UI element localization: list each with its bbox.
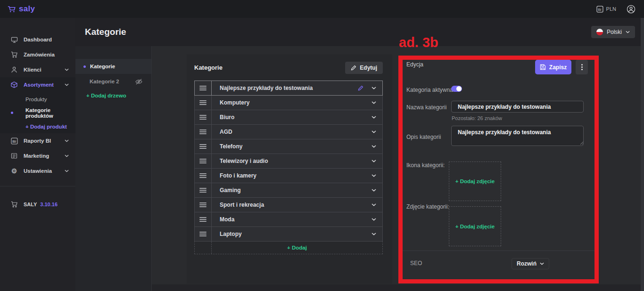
category-row-gaming[interactable]: Gaming: [194, 183, 383, 198]
category-row-komputery[interactable]: Komputery: [194, 95, 383, 110]
language-selector-button[interactable]: Polski: [591, 26, 635, 38]
icon-upload-dropzone[interactable]: + Dodaj zdjęcie: [449, 162, 501, 201]
drag-handle[interactable]: [195, 212, 212, 226]
sidebar-divider: [0, 186, 75, 186]
add-image-link[interactable]: + Dodaj zdjęcie: [455, 178, 495, 184]
chevron-down-icon[interactable]: [372, 130, 376, 133]
monitor-icon: [10, 37, 18, 43]
chevron-down-icon[interactable]: [372, 145, 376, 148]
chevron-down-icon[interactable]: [372, 203, 376, 206]
add-category-link[interactable]: + Dodaj: [212, 242, 382, 254]
edit-button[interactable]: Edytuj: [345, 62, 383, 74]
category-row-telefony[interactable]: Telefony: [194, 139, 383, 154]
sidebar-item-ustawienia[interactable]: ⚙Ustawienia: [0, 163, 75, 178]
drag-handle[interactable]: [195, 198, 212, 212]
seo-expand-button[interactable]: Rozwiń: [512, 258, 549, 269]
category-name-input[interactable]: [451, 101, 584, 113]
drag-handle-icon: [199, 159, 206, 163]
drag-handle[interactable]: [195, 169, 212, 183]
category-row-moda[interactable]: Moda: [194, 212, 383, 227]
page-header: Kategorie Polski: [75, 18, 644, 46]
sidebar-item-label: Marketing: [24, 153, 49, 159]
category-row-najlepsze-przykłady-do-testowania[interactable]: Najlepsze przykłady do testowania: [194, 81, 383, 96]
characters-remaining-hint: Pozostało: 26 znaków: [452, 115, 502, 121]
marketing-icon: [10, 153, 18, 159]
chevron-down-icon: [65, 154, 69, 157]
drag-handle[interactable]: [195, 139, 212, 154]
user-avatar-icon[interactable]: [627, 5, 636, 14]
category-active-toggle[interactable]: [451, 86, 462, 92]
category-row-foto-i-kamery[interactable]: Foto i kamery: [194, 168, 383, 183]
drag-handle[interactable]: [195, 154, 212, 168]
chevron-down-icon[interactable]: [372, 160, 376, 162]
kebab-menu-icon: [581, 64, 583, 70]
sidebar-item-label: + Dodaj produkt: [25, 124, 67, 129]
chevron-down-icon[interactable]: [372, 116, 376, 119]
drag-handle[interactable]: [195, 183, 212, 197]
sidebar-item-kategorie-produktów[interactable]: Kategorie produktów: [0, 106, 75, 120]
sidebar-item-raporty-bi[interactable]: BiRaporty BI: [0, 133, 75, 148]
drag-handle-icon: [199, 202, 206, 207]
chevron-down-icon[interactable]: [372, 218, 376, 221]
category-row-laptopy[interactable]: Laptopy: [194, 226, 383, 242]
poland-flag-icon: [596, 29, 603, 35]
pencil-purple-icon[interactable]: [358, 85, 363, 91]
cart-icon: [10, 51, 18, 58]
drag-handle[interactable]: [195, 125, 212, 139]
sidebar-item-asortyment[interactable]: Asortyment: [0, 77, 75, 92]
sidebar-item-dodaj-produkt[interactable]: + Dodaj produkt: [0, 120, 75, 133]
sidebar-item-label: Raporty BI: [24, 138, 51, 144]
chevron-down-icon[interactable]: [372, 101, 376, 104]
add-category-row[interactable]: + Dodaj: [194, 241, 383, 254]
user-icon: [10, 66, 18, 73]
app-version: 3.10.16: [40, 202, 58, 207]
category-row-sport-i-rekreacja[interactable]: Sport i rekreacja: [194, 197, 383, 212]
category-row-label: Komputery: [212, 96, 372, 110]
sidebar-item-klienci[interactable]: Klienci: [0, 62, 75, 77]
content-bottom-strip: [75, 284, 644, 291]
chevron-down-icon[interactable]: [372, 189, 376, 192]
category-row-label: Gaming: [212, 183, 372, 197]
more-options-button[interactable]: [576, 60, 588, 74]
drag-handle[interactable]: [195, 227, 212, 241]
add-tree-link[interactable]: + Dodaj drzewo: [75, 93, 151, 98]
category-row-agd[interactable]: AGD: [194, 124, 383, 139]
category-row-label: AGD: [212, 125, 372, 139]
chevron-down-icon: [540, 262, 544, 265]
sidebar: DashboardZamówieniaKlienciAsortymentProd…: [0, 18, 75, 291]
category-row-telewizory-i-audio[interactable]: Telewizory i audio: [194, 154, 383, 169]
app-logo[interactable]: saly: [8, 4, 35, 14]
tree-item-kategorie-2[interactable]: Kategorie 2: [75, 74, 151, 89]
category-row-biuro[interactable]: Biuro: [194, 110, 383, 125]
save-button[interactable]: Zapisz: [535, 60, 571, 74]
currency-selector[interactable]: Bi PLN: [596, 6, 616, 13]
logo-text: saly: [19, 4, 35, 14]
box-icon: [10, 81, 18, 88]
category-row-label: Najlepsze przykłady do testowania: [212, 81, 358, 95]
sidebar-item-marketing[interactable]: Marketing: [0, 148, 75, 163]
chevron-down-icon[interactable]: [372, 233, 376, 235]
sidebar-item-produkty[interactable]: Produkty: [0, 92, 75, 106]
currency-icon: Bi: [596, 6, 603, 13]
drag-handle[interactable]: [195, 96, 212, 110]
sidebar-item-zamówienia[interactable]: Zamówienia: [0, 47, 75, 62]
tree-item-kategorie[interactable]: Kategorie: [75, 59, 151, 74]
page-title: Kategorie: [85, 27, 126, 37]
sidebar-item-dashboard[interactable]: Dashboard: [0, 32, 75, 47]
logo-cart-icon: [8, 6, 17, 13]
chevron-down-icon[interactable]: [372, 87, 376, 89]
category-description-textarea[interactable]: [451, 126, 584, 146]
icon-upload-label: Ikona kategorii:: [406, 162, 445, 169]
drag-handle[interactable]: [195, 81, 212, 95]
chevron-down-icon: [65, 68, 69, 71]
sidebar-item-label: Produkty: [25, 97, 47, 102]
vertical-scrollbar[interactable]: [641, 18, 644, 291]
drag-handle[interactable]: [195, 110, 212, 124]
add-image-link[interactable]: + Dodaj zdjęcie: [455, 224, 495, 229]
chevron-down-icon[interactable]: [372, 174, 376, 177]
image-upload-dropzone[interactable]: + Dodaj zdjęcie: [449, 206, 501, 246]
svg-text:Bi: Bi: [598, 7, 601, 11]
drag-handle-icon: [199, 100, 206, 105]
add-row-handle-cell: [195, 242, 212, 254]
description-field-label: Opis kategorii: [406, 134, 441, 140]
